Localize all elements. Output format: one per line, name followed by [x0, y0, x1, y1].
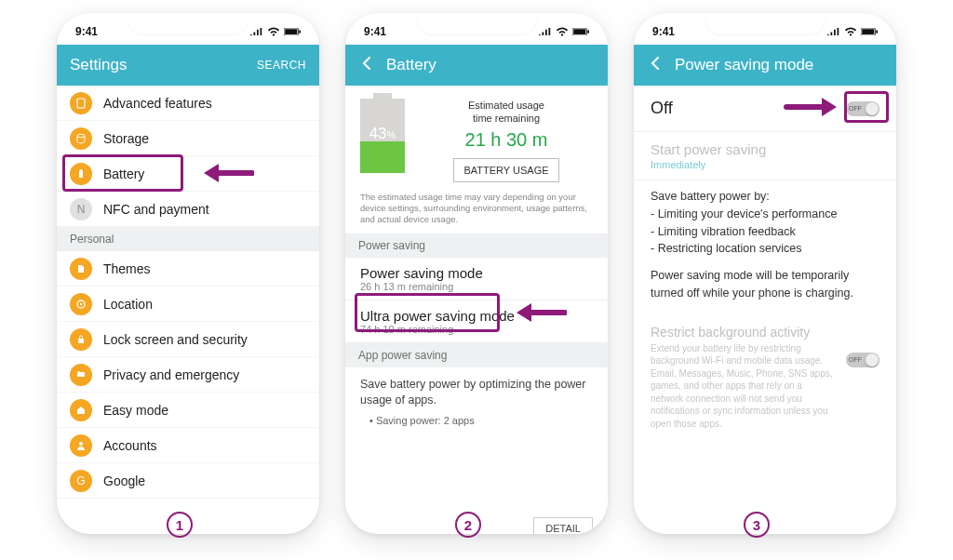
section-power-saving: Power saving [345, 233, 608, 258]
est-label: Estimated usage time remaining [420, 99, 593, 126]
home-icon [70, 399, 92, 421]
signal-icon [539, 28, 552, 36]
wifi-icon [556, 27, 569, 37]
svg-rect-3 [77, 99, 85, 108]
row-label: Themes [103, 261, 151, 276]
power-saving-screen: Off OFF Start power saving Immediately S… [634, 86, 896, 534]
section-app-power-saving: App power saving [345, 343, 608, 367]
body-b3: - Restricting location services [651, 242, 802, 255]
app-bar: Battery [345, 45, 608, 86]
row-accounts[interactable]: Accounts [57, 428, 319, 463]
accounts-icon [70, 434, 92, 457]
row-battery[interactable]: Battery [57, 156, 319, 192]
row-google[interactable]: G Google [57, 463, 319, 499]
app-bar: Power saving mode [634, 45, 896, 86]
toggle-text: OFF [849, 105, 862, 112]
battery-note: The estimated usage time may vary depend… [345, 192, 608, 233]
row-privacy[interactable]: Privacy and emergency [57, 357, 319, 393]
status-icons [250, 27, 301, 37]
svg-rect-14 [573, 29, 585, 34]
appbar-title: Battery [386, 56, 595, 74]
row-nfc[interactable]: N NFC and payment [57, 192, 319, 227]
location-icon [70, 293, 92, 315]
svg-point-8 [80, 302, 82, 304]
row-location[interactable]: Location [57, 287, 319, 322]
row-advanced-features[interactable]: Advanced features [57, 86, 319, 121]
step-2-badge: 2 [455, 512, 481, 538]
row-restrict-background: Restrict background activity Extend your… [634, 319, 896, 436]
nfc-icon: N [70, 198, 92, 220]
row-off-toggle: Off OFF [634, 86, 896, 132]
battery-status-icon [861, 28, 878, 35]
battery-status-icon [284, 28, 301, 35]
row-easy-mode[interactable]: Easy mode [57, 393, 319, 428]
row-label: NFC and payment [103, 202, 209, 217]
ultra-title: Ultra power saving mode [360, 308, 593, 324]
svg-rect-6 [80, 169, 82, 170]
svg-point-12 [79, 442, 83, 446]
item-ultra-power-saving[interactable]: Ultra power saving mode 74 h 10 m remain… [345, 300, 608, 343]
notch [705, 13, 825, 35]
svg-rect-5 [79, 170, 83, 178]
status-time: 9:41 [364, 25, 386, 38]
row-lock-security[interactable]: Lock screen and security [57, 322, 319, 357]
battery-screen: 43% Estimated usage time remaining 21 h … [345, 86, 608, 534]
row-label: Battery [103, 167, 144, 181]
row-label: Storage [103, 131, 149, 146]
row-label: Location [103, 297, 153, 312]
themes-icon [70, 258, 92, 280]
body-b2: - Limiting vibration feedback [651, 225, 796, 238]
svg-rect-15 [587, 30, 589, 33]
body-intro: Save battery power by: [651, 190, 770, 203]
advanced-icon [70, 92, 92, 114]
lock-icon [70, 328, 92, 351]
restrict-desc: Extend your battery life by restricting … [651, 342, 837, 431]
row-label: Advanced features [103, 96, 212, 111]
item-power-saving-mode[interactable]: Power saving mode 26 h 13 m remaining [345, 258, 608, 300]
battery-usage-button[interactable]: BATTERY USAGE [453, 158, 558, 182]
row-storage[interactable]: Storage [57, 121, 319, 156]
signal-icon [827, 28, 840, 36]
battery-pct: 43 [369, 125, 387, 142]
status-icons [827, 27, 878, 37]
settings-list: Advanced features Storage Battery N NFC … [57, 86, 319, 534]
ps-title: Power saving mode [360, 265, 593, 281]
restrict-toggle[interactable]: OFF [846, 353, 879, 367]
est-value: 21 h 30 m [420, 129, 593, 151]
battery-pct-suffix: % [387, 129, 396, 140]
search-action[interactable]: SEARCH [257, 59, 306, 72]
google-icon: G [70, 470, 92, 492]
phone-mockup-2: 9:41 Battery 43% Estimated usage time re… [345, 13, 608, 534]
svg-rect-9 [78, 339, 84, 343]
back-icon[interactable] [647, 55, 664, 75]
app-bar: Settings SEARCH [57, 45, 319, 86]
back-icon[interactable] [358, 55, 375, 75]
wifi-icon [844, 27, 857, 37]
start-label: Start power saving [651, 141, 879, 157]
app-ps-sub: • Saving power: 2 apps [345, 413, 608, 428]
row-themes[interactable]: Themes [57, 251, 319, 287]
off-toggle[interactable]: OFF [846, 101, 879, 116]
step-3-badge: 3 [744, 512, 770, 538]
toggle-text: OFF [849, 356, 862, 363]
row-label: Accounts [103, 438, 157, 453]
privacy-icon [70, 364, 92, 386]
restrict-title: Restrict background activity [651, 325, 837, 340]
status-time: 9:41 [75, 25, 98, 38]
ps-sub: 26 h 13 m remaining [360, 281, 593, 292]
svg-point-11 [78, 371, 80, 373]
psm-description: Save battery power by: - Limiting your d… [634, 180, 896, 319]
status-time: 9:41 [652, 25, 675, 38]
row-label: Lock screen and security [103, 332, 248, 347]
appbar-title: Settings [70, 56, 246, 74]
ultra-sub: 74 h 10 m remaining [360, 324, 593, 335]
appbar-title: Power saving mode [675, 56, 883, 74]
detail-button[interactable]: DETAIL [533, 517, 593, 534]
storage-icon [70, 127, 92, 150]
svg-rect-17 [862, 29, 874, 34]
status-icons [539, 27, 589, 37]
step-1-badge: 1 [167, 512, 193, 538]
section-personal: Personal [57, 227, 319, 251]
battery-graphic: 43% [360, 99, 405, 173]
battery-icon [70, 163, 92, 185]
